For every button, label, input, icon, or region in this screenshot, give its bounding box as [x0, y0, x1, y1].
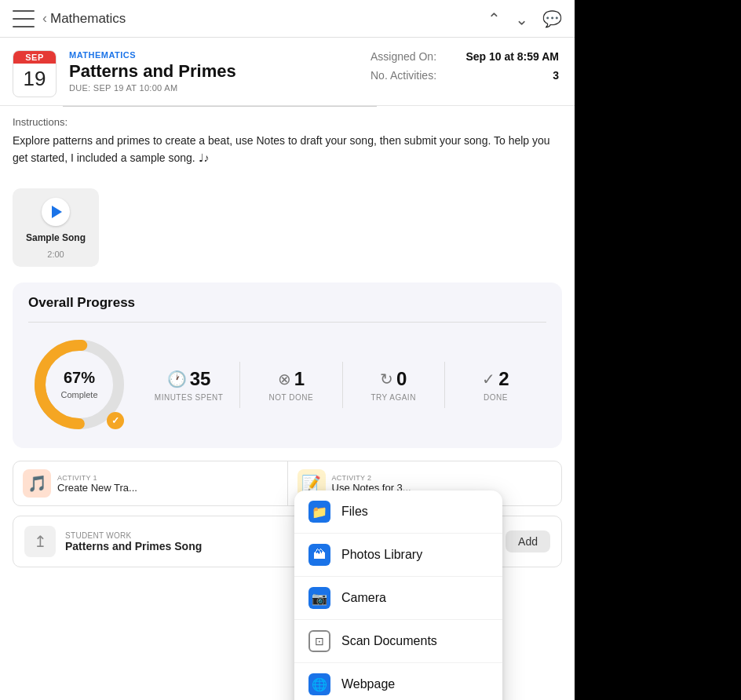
donut-label: 67% Complete — [60, 369, 97, 401]
minutes-label: MINUTES SPENT — [155, 393, 224, 402]
try-again-value: 0 — [396, 368, 407, 390]
instructions-text: Explore patterns and primes to create a … — [13, 133, 562, 166]
work-icon: ↥ — [24, 526, 56, 557]
photos-label: Photos Library — [341, 548, 422, 562]
menu-item-scan[interactable]: ⊡ Scan Documents — [294, 620, 502, 663]
calendar-month: SEP — [13, 51, 56, 64]
camera-icon: 📷 — [308, 587, 330, 609]
song-name: Sample Song — [26, 232, 86, 243]
main-content: ‹ Mathematics ⌃ ⌃ 💬 SEP 19 MATHEMATICS P… — [0, 0, 575, 700]
menu-item-camera[interactable]: 📷 Camera — [294, 577, 502, 620]
back-chevron-icon: ‹ — [42, 10, 47, 27]
try-again-label: TRY AGAIN — [370, 393, 415, 402]
comment-icon[interactable]: 💬 — [542, 9, 562, 28]
not-done-label: NOT DONE — [269, 393, 314, 402]
photos-icon: 🏔 — [308, 544, 330, 566]
nav-title: Mathematics — [50, 11, 126, 27]
assignment-meta: Assigned On: Sep 10 at 8:59 AM No. Activ… — [370, 50, 559, 97]
stats-items: 🕐 35 MINUTES SPENT ⊗ 1 NOT DONE ↻ 0 — [138, 362, 546, 408]
play-triangle-icon — [52, 206, 62, 218]
num-activities-row: No. Activities: 3 — [370, 69, 559, 82]
minutes-spent-stat: 🕐 35 MINUTES SPENT — [138, 362, 240, 408]
assigned-on-row: Assigned On: Sep 10 at 8:59 AM — [370, 50, 559, 63]
calendar-badge: SEP 19 — [13, 50, 57, 97]
clock-icon: 🕐 — [167, 370, 187, 388]
minutes-value: 35 — [190, 368, 211, 390]
assigned-on-label: Assigned On: — [370, 50, 436, 63]
num-activities-label: No. Activities: — [370, 69, 436, 82]
nav-actions: ⌃ ⌃ 💬 — [487, 9, 562, 28]
done-label: DONE — [484, 393, 508, 402]
sample-song-card[interactable]: Sample Song 2:00 — [13, 188, 99, 267]
not-done-icon: ⊗ — [278, 370, 291, 388]
due-date: DUE: SEP 19 AT 10:00 AM — [69, 83, 358, 93]
play-button[interactable] — [42, 198, 70, 226]
donut-percent: 67% — [60, 369, 97, 387]
activity-1-name: Create New Tra... — [57, 482, 137, 494]
num-activities-value: 3 — [553, 69, 559, 82]
webpage-label: Webpage — [341, 677, 395, 691]
top-nav: ‹ Mathematics ⌃ ⌃ 💬 — [0, 0, 575, 38]
menu-item-photos[interactable]: 🏔 Photos Library — [294, 534, 502, 577]
navigate-down-icon[interactable]: ⌃ — [515, 9, 528, 28]
scan-icon: ⊡ — [308, 630, 330, 652]
black-panel — [575, 0, 741, 700]
donut-complete-label: Complete — [60, 390, 97, 399]
add-button[interactable]: Add — [506, 530, 550, 552]
calendar-day: 19 — [24, 64, 46, 93]
done-stat: ✓ 2 DONE — [445, 362, 546, 408]
assignment-info: MATHEMATICS Patterns and Primes DUE: SEP… — [69, 50, 358, 97]
activity-1-number: ACTIVITY 1 — [57, 474, 137, 482]
done-icon: ✓ — [482, 370, 495, 388]
webpage-icon: 🌐 — [308, 673, 330, 695]
back-button[interactable]: ‹ Mathematics — [42, 10, 126, 27]
files-icon: 📁 — [308, 501, 330, 523]
assignment-header: SEP 19 MATHEMATICS Patterns and Primes D… — [0, 38, 575, 106]
song-duration: 2:00 — [47, 250, 64, 259]
progress-donut: 67% Complete ✓ — [28, 334, 130, 436]
try-again-icon: ↻ — [380, 370, 393, 388]
context-menu: 📁 Files 🏔 Photos Library 📷 Camera ⊡ Scan… — [294, 490, 502, 700]
menu-item-webpage[interactable]: 🌐 Webpage — [294, 663, 502, 700]
instructions-section: Instructions: Explore patterns and prime… — [0, 107, 575, 179]
assigned-on-value: Sep 10 at 8:59 AM — [465, 50, 559, 63]
instructions-label: Instructions: — [13, 116, 562, 128]
activity-item-1[interactable]: 🎵 ACTIVITY 1 Create New Tra... — [13, 461, 288, 505]
activity-1-icon: 🎵 — [23, 469, 51, 498]
progress-title: Overall Progress — [28, 295, 546, 311]
done-value: 2 — [498, 368, 509, 390]
sidebar-toggle-button[interactable] — [13, 10, 35, 27]
activity-2-number: ACTIVITY 2 — [332, 474, 411, 482]
progress-section: Overall Progress 67% Complete ✓ — [13, 283, 562, 448]
subject-label: MATHEMATICS — [69, 50, 358, 60]
assignment-title: Patterns and Primes — [69, 61, 358, 82]
files-label: Files — [341, 505, 368, 519]
try-again-stat: ↻ 0 TRY AGAIN — [343, 362, 445, 408]
navigate-up-icon[interactable]: ⌃ — [487, 9, 501, 28]
camera-label: Camera — [341, 591, 386, 605]
not-done-value: 1 — [294, 368, 305, 390]
menu-item-files[interactable]: 📁 Files — [294, 490, 502, 534]
scan-label: Scan Documents — [341, 634, 437, 648]
progress-stats: 67% Complete ✓ 🕐 35 MINUTES SPENT ⊗ — [28, 334, 546, 436]
progress-divider — [28, 322, 546, 323]
not-done-stat: ⊗ 1 NOT DONE — [240, 362, 342, 408]
